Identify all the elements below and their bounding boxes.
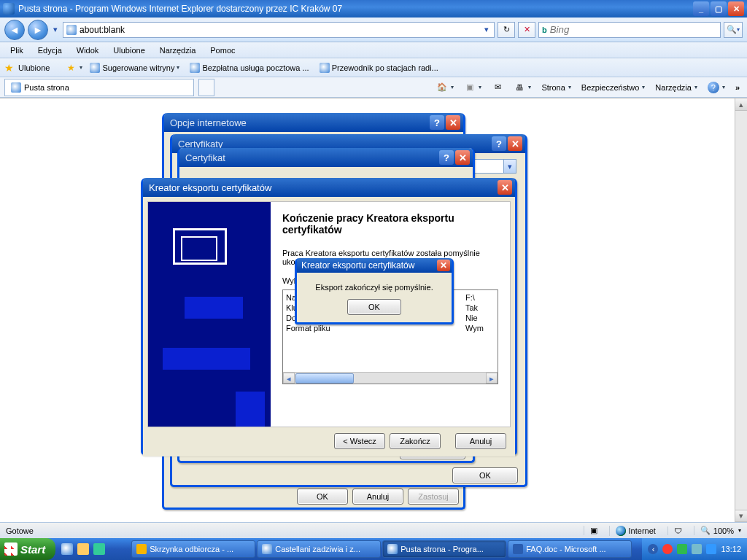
search-bar[interactable]: b: [538, 22, 721, 38]
taskbar-item-outlook[interactable]: Skrzynka odbiorcza - ...: [131, 540, 255, 558]
stop-button[interactable]: ✕: [518, 22, 535, 38]
safety-menu-label: Bezpieczeństwo: [581, 83, 640, 92]
dialog-close-button[interactable]: ✕: [455, 150, 470, 165]
menu-pomoc[interactable]: Pomoc: [204, 44, 241, 57]
dialog-close-button[interactable]: ✕: [446, 115, 460, 130]
overflow-button[interactable]: »: [732, 82, 743, 93]
tray-network-icon[interactable]: [706, 544, 716, 554]
feeds-button[interactable]: ▣▾: [461, 80, 484, 95]
dialog-title: Opcje internetowe: [170, 117, 428, 128]
tray-icon[interactable]: [662, 544, 673, 554]
mail-button[interactable]: ✉: [489, 80, 506, 95]
tray-icon[interactable]: [677, 544, 687, 554]
taskbar-item-label: FAQ.doc - Microsoft ...: [526, 545, 605, 553]
vertical-scrollbar[interactable]: ▴ ▾: [735, 98, 747, 522]
apply-button[interactable]: Zastosuj: [408, 489, 459, 505]
nav-forward-button[interactable]: ►: [28, 20, 48, 40]
bing-logo-icon: b: [542, 26, 547, 34]
scroll-down-button[interactable]: ▾: [735, 510, 747, 522]
refresh-button[interactable]: ↻: [498, 22, 515, 38]
nav-back-button[interactable]: ◄: [4, 20, 25, 40]
system-tray[interactable]: ‹ 13:12: [642, 538, 747, 560]
tray-expand-icon[interactable]: ‹: [648, 544, 658, 554]
dialog-help-button[interactable]: ?: [430, 115, 444, 130]
menu-edycja[interactable]: Edycja: [32, 44, 68, 57]
page-menu[interactable]: Strona▾: [538, 82, 573, 93]
menu-ulubione[interactable]: Ulubione: [107, 44, 150, 57]
status-popup-block[interactable]: ▣: [584, 526, 597, 535]
fav-radio[interactable]: Przewodnik po stacjach radi...: [317, 61, 441, 74]
cancel-button[interactable]: Anuluj: [455, 433, 506, 449]
window-minimize-button[interactable]: _: [693, 1, 709, 16]
word-icon: [513, 544, 523, 554]
scroll-left-button[interactable]: ◂: [283, 373, 295, 384]
nav-history-dropdown[interactable]: ▾: [51, 25, 60, 34]
add-favorite-star-icon[interactable]: ★: [67, 63, 75, 73]
dialog-close-button[interactable]: ✕: [498, 180, 512, 195]
fav-mail[interactable]: Bezpłatna usługa pocztowa ...: [187, 61, 311, 74]
start-button[interactable]: Start: [0, 538, 55, 560]
msgbox-close-button[interactable]: ✕: [437, 260, 450, 271]
msgbox-titlebar[interactable]: Kreator eksportu certyfikatów ✕: [297, 258, 452, 273]
taskbar-item-ie-1[interactable]: Castellani zadziwia i z...: [257, 540, 381, 558]
ok-button[interactable]: OK: [297, 489, 348, 505]
chevron-down-icon: ▾: [503, 160, 516, 173]
back-button[interactable]: < Wstecz: [334, 433, 385, 449]
internet-zone-icon: [616, 526, 626, 536]
window-title: Pusta strona - Program Windows Internet …: [18, 4, 693, 14]
scroll-right-button[interactable]: ▸: [486, 373, 498, 384]
scroll-up-button[interactable]: ▴: [735, 98, 747, 111]
dialog-titlebar[interactable]: Certyfikat ? ✕: [179, 148, 473, 167]
quick-launch-icon[interactable]: [77, 543, 89, 555]
print-button[interactable]: 🖶▾: [511, 80, 534, 95]
dialog-close-button[interactable]: ✕: [508, 136, 522, 151]
wizard-side-image: [148, 202, 271, 427]
address-input[interactable]: [80, 25, 482, 35]
taskbar-item-label: Pusta strona - Progra...: [400, 545, 484, 553]
home-button[interactable]: 🏠▾: [433, 80, 457, 95]
print-icon: 🖶: [514, 82, 525, 93]
status-zone[interactable]: Internet: [609, 526, 656, 536]
list-item: Format pliku: [286, 323, 465, 333]
dialog-titlebar[interactable]: Kreator eksportu certyfikatów ✕: [143, 178, 515, 197]
tray-volume-icon[interactable]: [692, 544, 702, 554]
fav-link-label: Przewodnik po stacjach radi...: [332, 63, 438, 72]
status-zoom[interactable]: 🔍 100% ▾: [694, 526, 741, 535]
cancel-button[interactable]: Anuluj: [352, 489, 403, 505]
ok-button[interactable]: OK: [347, 299, 401, 315]
browser-tab[interactable]: Pusta strona: [4, 79, 194, 96]
dialog-help-button[interactable]: ?: [439, 150, 454, 165]
wizard-heading: Kończenie pracy Kreatora eksportu certyf…: [282, 212, 498, 236]
menu-widok[interactable]: Widok: [71, 44, 105, 57]
quick-launch-icon[interactable]: [93, 543, 105, 555]
safety-menu[interactable]: Bezpieczeństwo▾: [578, 82, 649, 93]
quick-launch-icon[interactable]: [61, 543, 73, 555]
tray-clock[interactable]: 13:12: [721, 545, 741, 553]
address-bar[interactable]: ▾: [63, 22, 495, 38]
search-go-button[interactable]: 🔍▾: [724, 22, 743, 38]
scroll-thumb[interactable]: [295, 373, 354, 384]
window-maximize-button[interactable]: ▢: [711, 1, 727, 16]
zone-label: Internet: [629, 526, 656, 535]
favorites-button[interactable]: Ulubione: [18, 63, 50, 72]
window-close-button[interactable]: ✕: [728, 1, 744, 16]
taskbar-item-ie-2[interactable]: Pusta strona - Progra...: [382, 540, 506, 558]
address-dropdown-icon[interactable]: ▾: [482, 25, 491, 34]
search-input[interactable]: [550, 24, 717, 35]
fav-suggested-sites[interactable]: Sugerowane witryny ▾: [87, 61, 182, 74]
dialog-help-button[interactable]: ?: [492, 136, 506, 151]
taskbar-item-word[interactable]: FAQ.doc - Microsoft ...: [508, 540, 632, 558]
stop-icon: ✕: [524, 25, 530, 34]
menu-narzedzia[interactable]: Narzędzia: [154, 44, 202, 57]
horizontal-scrollbar[interactable]: ◂ ▸: [283, 372, 498, 384]
ok-button[interactable]: OK: [452, 467, 518, 483]
status-protected-mode[interactable]: 🛡: [667, 526, 682, 535]
help-button[interactable]: ?▾: [705, 80, 728, 95]
favorites-bar: ★ Ulubione ★▾ Sugerowane witryny ▾ Bezpł…: [0, 58, 747, 77]
tools-menu[interactable]: Narzędzia▾: [652, 82, 700, 93]
finish-button[interactable]: Zakończ: [390, 433, 441, 449]
new-tab-button[interactable]: [198, 79, 214, 96]
menu-plik[interactable]: Plik: [4, 44, 29, 57]
status-bar: Gotowe ▣ Internet 🛡 🔍 100% ▾: [0, 522, 747, 538]
dialog-titlebar[interactable]: Opcje internetowe ? ✕: [164, 113, 463, 132]
